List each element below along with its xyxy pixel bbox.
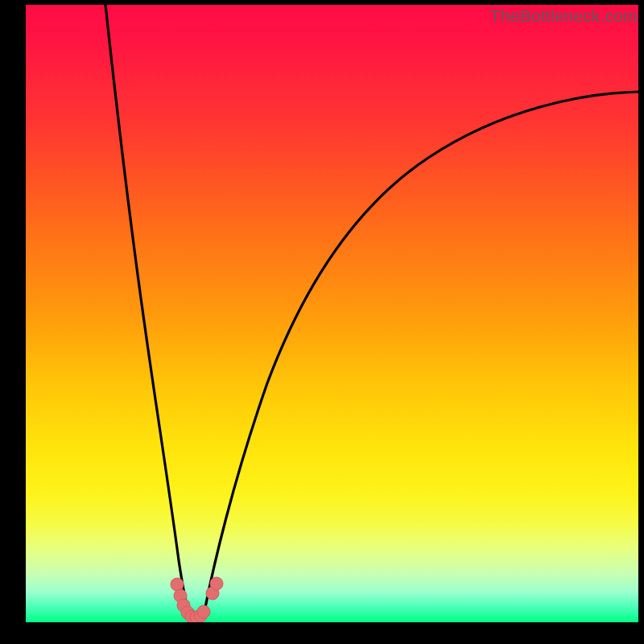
svg-point-9 <box>210 577 223 590</box>
left-falling-curve <box>105 5 192 621</box>
svg-point-7 <box>197 605 210 618</box>
right-rising-curve <box>203 92 638 620</box>
bottom-marker-cluster <box>171 577 223 622</box>
chart-plot-area <box>26 5 638 622</box>
chart-frame <box>26 5 638 622</box>
watermark-text: TheBottleneck.com <box>490 6 638 26</box>
svg-point-0 <box>171 578 184 591</box>
